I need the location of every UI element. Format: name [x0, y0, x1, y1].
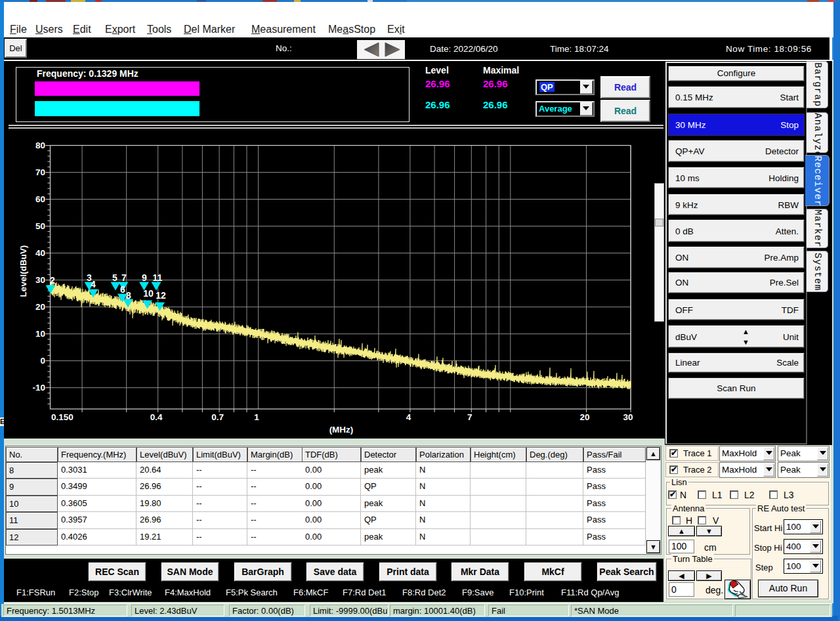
- svg-text:12: 12: [156, 290, 166, 301]
- svg-text:6: 6: [120, 284, 125, 295]
- svg-text:5: 5: [112, 272, 117, 283]
- svg-text:20: 20: [579, 412, 589, 422]
- svg-text:11: 11: [153, 272, 163, 283]
- svg-text:20: 20: [35, 302, 45, 312]
- svg-text:2: 2: [50, 275, 55, 286]
- svg-text:9: 9: [142, 272, 147, 283]
- svg-text:0.4: 0.4: [150, 412, 163, 422]
- svg-text:70: 70: [35, 167, 45, 177]
- svg-text:-10: -10: [32, 383, 45, 393]
- svg-text:7: 7: [467, 412, 472, 422]
- svg-text:0: 0: [40, 356, 45, 366]
- svg-text:50: 50: [35, 221, 45, 231]
- svg-text:8: 8: [126, 290, 131, 301]
- svg-text:7: 7: [121, 272, 127, 283]
- svg-text:30: 30: [623, 412, 633, 422]
- svg-text:0.150: 0.150: [51, 412, 74, 422]
- svg-text:1: 1: [254, 412, 259, 422]
- svg-text:80: 80: [35, 140, 45, 150]
- svg-text:60: 60: [35, 194, 45, 204]
- svg-text:30: 30: [35, 275, 45, 285]
- svg-text:4: 4: [91, 279, 96, 289]
- svg-text:10: 10: [143, 288, 154, 299]
- svg-text:(MHz): (MHz): [329, 425, 354, 435]
- svg-text:4: 4: [406, 412, 411, 422]
- svg-text:10: 10: [35, 329, 45, 339]
- svg-text:0.7: 0.7: [211, 412, 224, 422]
- svg-text:40: 40: [35, 248, 45, 258]
- svg-text:Level(dBuV): Level(dBuV): [18, 246, 28, 297]
